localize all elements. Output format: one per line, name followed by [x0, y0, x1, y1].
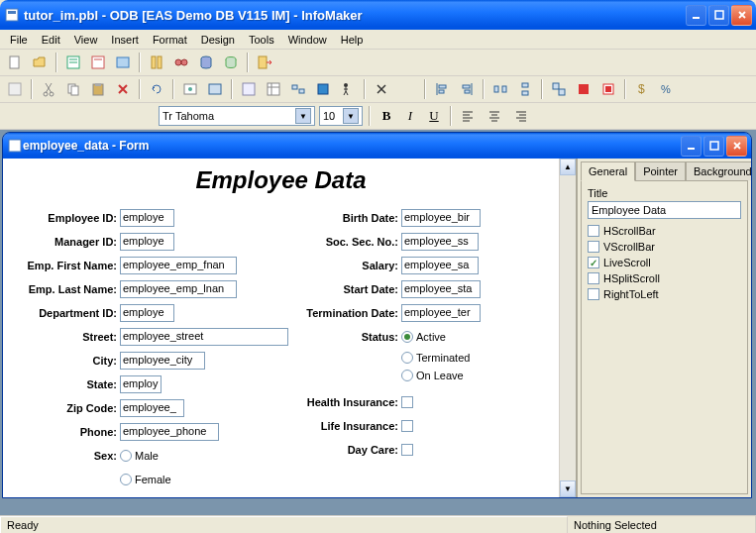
currency-icon[interactable]: $ — [631, 78, 653, 100]
percent-icon[interactable]: % — [656, 78, 678, 100]
align-text-center-icon[interactable] — [484, 105, 505, 127]
space-h-icon[interactable] — [489, 78, 511, 100]
label-terminated[interactable]: Terminated — [416, 352, 470, 364]
label-female[interactable]: Female — [135, 474, 171, 485]
field-ssn[interactable]: employee_ss — [401, 233, 479, 251]
field-birth[interactable]: employee_bir — [401, 209, 481, 227]
checkbox-hscroll[interactable] — [588, 225, 599, 237]
radio-onleave[interactable] — [401, 370, 413, 381]
child-minimize-button[interactable] — [681, 136, 702, 157]
italic-button[interactable]: I — [400, 107, 420, 125]
label-sex[interactable]: Sex: — [13, 450, 120, 462]
open-icon[interactable] — [29, 52, 51, 73]
bold-button[interactable]: B — [377, 107, 396, 125]
checkbox-vscroll[interactable] — [588, 241, 599, 253]
query-icon[interactable] — [112, 52, 134, 73]
label-start[interactable]: Start Date: — [302, 283, 401, 295]
prompt-icon[interactable] — [312, 78, 334, 100]
radio-male[interactable] — [120, 450, 132, 462]
tab-pointer[interactable]: Pointer — [635, 161, 686, 180]
field-city[interactable]: employee_city — [120, 352, 205, 370]
menu-tools[interactable]: Tools — [243, 32, 280, 48]
column-spec-icon[interactable] — [263, 78, 284, 100]
undo-icon[interactable] — [146, 78, 167, 100]
label-onleave[interactable]: On Leave — [416, 370, 464, 381]
label-active[interactable]: Active — [416, 331, 446, 343]
menu-file[interactable]: File — [4, 32, 34, 48]
checkbox-life[interactable] — [401, 420, 413, 432]
label-zip[interactable]: Zip Code: — [13, 402, 120, 414]
tab-general[interactable]: General — [581, 161, 635, 181]
label-emp-last[interactable]: Emp. Last Name: — [13, 283, 120, 295]
checkbox-hsplit[interactable] — [588, 272, 599, 284]
menu-format[interactable]: Format — [147, 32, 193, 48]
font-size-select[interactable]: 10 ▼ — [319, 106, 363, 126]
form-design-area[interactable]: Employee Data Employee ID:employe Manage… — [3, 159, 559, 497]
label-life[interactable]: Life Insurance: — [302, 420, 401, 432]
field-manager-id[interactable]: employe — [120, 233, 174, 251]
checkbox-rtl[interactable] — [588, 288, 599, 300]
bg-color-icon[interactable] — [597, 78, 619, 100]
radio-active[interactable] — [401, 331, 413, 343]
space-v-icon[interactable] — [514, 78, 536, 100]
exit-icon[interactable] — [254, 52, 275, 73]
minimize-button[interactable] — [686, 5, 706, 26]
blank-icon[interactable] — [4, 78, 26, 100]
label-phone[interactable]: Phone: — [13, 426, 120, 438]
size-icon[interactable] — [548, 78, 570, 100]
scroll-up-icon[interactable]: ▲ — [560, 159, 576, 175]
delete-icon[interactable] — [112, 78, 134, 100]
report-icon[interactable] — [87, 52, 109, 73]
field-state[interactable]: employ — [120, 375, 162, 393]
properties-icon[interactable] — [238, 78, 260, 100]
prop-title-input[interactable] — [588, 201, 741, 219]
child-close-button[interactable] — [726, 136, 747, 157]
cut-icon[interactable] — [38, 78, 59, 100]
menu-insert[interactable]: Insert — [105, 32, 145, 48]
taborder-icon[interactable] — [287, 78, 309, 100]
label-male[interactable]: Male — [135, 450, 159, 462]
label-emp-first[interactable]: Emp. First Name: — [13, 260, 120, 271]
child-maximize-button[interactable] — [703, 136, 724, 157]
label-daycare[interactable]: Day Care: — [302, 444, 401, 456]
field-employee-id[interactable]: employe — [120, 209, 174, 227]
form-title[interactable]: Employee Data — [3, 159, 559, 206]
label-city[interactable]: City: — [13, 355, 120, 367]
copy-icon[interactable] — [62, 78, 84, 100]
datasource-icon[interactable] — [204, 78, 226, 100]
field-dept-id[interactable]: employe — [120, 304, 174, 322]
align-text-right-icon[interactable] — [509, 105, 531, 127]
field-emp-first[interactable]: employee_emp_fnan — [120, 257, 237, 274]
label-health[interactable]: Health Insurance: — [302, 396, 401, 408]
checkbox-health[interactable] — [401, 396, 413, 408]
close-button[interactable] — [731, 5, 752, 26]
field-zip[interactable]: employee_ — [120, 399, 184, 417]
label-birth[interactable]: Birth Date: — [302, 212, 401, 224]
menu-edit[interactable]: Edit — [36, 32, 66, 48]
scroll-down-icon[interactable]: ▼ — [560, 480, 576, 497]
menu-design[interactable]: Design — [195, 32, 241, 48]
font-name-select[interactable]: TrTahoma ▼ — [159, 106, 315, 126]
radio-female[interactable] — [120, 474, 132, 485]
align-right-icon[interactable] — [456, 78, 478, 100]
field-emp-last[interactable]: employee_emp_lnan — [120, 280, 237, 298]
database-icon[interactable] — [220, 52, 242, 73]
preview-icon[interactable] — [179, 78, 201, 100]
new-icon[interactable] — [4, 52, 26, 73]
label-dept-id[interactable]: Department ID: — [13, 307, 120, 319]
label-employee-id[interactable]: Employee ID: — [13, 212, 120, 224]
field-term[interactable]: employee_ter — [401, 304, 481, 322]
library-icon[interactable] — [146, 52, 167, 73]
form-scrollbar[interactable]: ▲ ▼ — [559, 159, 576, 497]
field-salary[interactable]: employee_sa — [401, 257, 479, 274]
db-profile-icon[interactable] — [195, 52, 217, 73]
checkbox-livescroll[interactable] — [588, 257, 599, 268]
label-salary[interactable]: Salary: — [302, 260, 401, 271]
fg-color-icon[interactable] — [573, 78, 594, 100]
close-tool-icon[interactable] — [371, 78, 392, 100]
label-status[interactable]: Status: — [302, 331, 401, 343]
checkbox-daycare[interactable] — [401, 444, 413, 456]
paste-icon[interactable] — [87, 78, 109, 100]
field-phone[interactable]: employee_phone — [120, 423, 219, 441]
underline-button[interactable]: U — [424, 107, 444, 125]
